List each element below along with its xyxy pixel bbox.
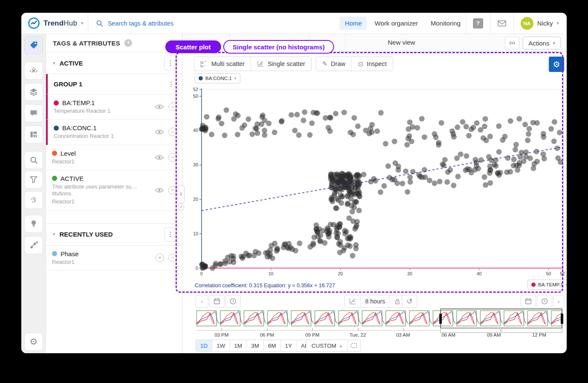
step-forward-button[interactable]: › xyxy=(553,295,564,308)
panel-collapse-icon[interactable]: × xyxy=(178,204,184,210)
remove-minus-icon[interactable]: − xyxy=(168,153,177,162)
user-menu[interactable]: NA Nicky ▾ xyxy=(514,17,567,30)
section-active-header[interactable]: ▾ ACTIVE ⋮ xyxy=(46,52,182,74)
badge-single-scatter[interactable]: Single scatter (no histograms) xyxy=(223,40,334,54)
nav-item-work-organizer[interactable]: Work organizer xyxy=(369,17,423,30)
rail-dashboard-icon[interactable] xyxy=(24,126,43,143)
range-button-1y[interactable]: 1Y xyxy=(280,340,297,351)
rail-sparkle-icon[interactable] xyxy=(24,62,43,80)
brush-drag-grip[interactable]: II xyxy=(440,328,562,333)
step-back-button[interactable]: ‹ xyxy=(196,295,208,308)
mini-trend-line xyxy=(410,313,427,324)
x-series-selector[interactable]: BA:CONC.1 ▾ xyxy=(195,73,240,83)
y-series-selector[interactable]: BA:TEMP.1 ▾ xyxy=(527,280,567,290)
panel-resize-handle[interactable]: ‖ xyxy=(177,185,184,203)
clock-start-icon[interactable] xyxy=(225,295,241,308)
add-plus-icon[interactable]: + xyxy=(156,254,164,262)
range-button-3m[interactable]: 3M xyxy=(246,340,263,351)
nav-item-monitoring[interactable]: Monitoring xyxy=(426,17,466,30)
remove-minus-icon[interactable]: − xyxy=(168,103,177,111)
range-button-6m[interactable]: 6M xyxy=(263,340,280,351)
series-color-dot xyxy=(52,251,57,256)
section-recently-used-header[interactable]: ▾ RECENTLY USED ⋮ xyxy=(46,223,182,246)
history-icon[interactable]: ↺ xyxy=(402,295,417,308)
single-scatter-button[interactable]: Single scatter xyxy=(251,57,311,71)
group-1-menu-button[interactable]: ⋮ xyxy=(165,80,177,88)
range-button-1w[interactable]: 1W xyxy=(212,340,229,351)
clock-end-icon[interactable] xyxy=(537,295,552,308)
mini-trend-line xyxy=(339,313,356,324)
range-button-1m[interactable]: 1M xyxy=(230,340,247,351)
remove-minus-icon[interactable]: − xyxy=(168,186,177,194)
brand-caret-icon[interactable]: ▾ xyxy=(81,20,84,26)
chart-settings-button[interactable]: ⚙ xyxy=(549,57,564,72)
rail-settings-icon[interactable]: ⚙ xyxy=(24,333,43,351)
actions-button[interactable]: Actions ▾ xyxy=(523,37,561,49)
custom-range-picker-icon[interactable] xyxy=(347,340,360,351)
badge-scatter-plot[interactable]: Scatter plot xyxy=(165,40,221,53)
collapse-caret-icon[interactable]: ▾ xyxy=(53,232,55,237)
tag-item-ba-temp-1[interactable]: BA:TEMP.1 Temperature Reactor 1 − xyxy=(46,94,182,120)
brush-handle-left[interactable] xyxy=(439,314,442,324)
draw-pencil-icon: ✎ xyxy=(322,60,328,68)
stage: TrendHub ▾ Search tags & attributes Home… xyxy=(0,0,588,383)
duration-group: 8 hours xyxy=(344,295,405,308)
remove-minus-icon[interactable]: − xyxy=(168,128,177,136)
rail-layers-icon[interactable] xyxy=(24,83,43,101)
time-axis-tick xyxy=(358,328,358,331)
calendar-end-icon[interactable] xyxy=(521,295,536,308)
mini-trend-line xyxy=(386,313,404,324)
collapse-caret-icon[interactable]: ▾ xyxy=(53,60,55,66)
gear-icon: ⚙ xyxy=(553,60,560,69)
rail-fingerprint-icon[interactable] xyxy=(24,191,43,209)
range-button-1d[interactable]: 1D xyxy=(196,340,212,351)
calendar-start-icon[interactable] xyxy=(209,295,225,308)
x-tick-label: 50 xyxy=(546,271,551,276)
section-recently-used-menu-button[interactable]: ⋮ xyxy=(164,227,177,242)
search-input[interactable]: Search tags & attributes xyxy=(96,20,236,27)
draw-button[interactable]: ✎ Draw xyxy=(316,57,351,71)
visibility-eye-icon[interactable] xyxy=(155,154,164,161)
nav-item-home[interactable]: Home xyxy=(340,17,367,30)
scatter-range-icon[interactable] xyxy=(345,295,360,307)
avatar: NA xyxy=(521,17,533,30)
tag-description: Reactor1 xyxy=(52,259,152,266)
custom-range-button[interactable]: CUSTOM ▴ xyxy=(306,340,347,351)
visibility-eye-icon[interactable] xyxy=(155,187,164,194)
help-icon[interactable]: ? xyxy=(473,18,483,29)
y-tick-label: 52 xyxy=(193,87,198,92)
mini-trend-line xyxy=(244,313,262,324)
multi-scatter-button[interactable]: Multi scatter xyxy=(194,57,251,71)
rail-tag-icon[interactable] xyxy=(24,36,43,54)
brush-handle-right[interactable] xyxy=(561,314,563,324)
divider xyxy=(466,13,466,34)
mail-icon[interactable] xyxy=(497,20,507,27)
visibility-eye-icon[interactable] xyxy=(155,129,164,135)
visibility-eye-icon[interactable] xyxy=(155,103,164,110)
rail-graph-icon[interactable] xyxy=(24,236,43,254)
rail-filter-icon[interactable] xyxy=(24,171,43,189)
broadcast-live-icon[interactable] xyxy=(505,37,519,49)
time-axis-label: 09 AM xyxy=(477,332,511,337)
section-active-menu-button[interactable]: ⋮ xyxy=(164,56,177,70)
tag-item-active[interactable]: ACTIVE This attribute uses parameter su…… xyxy=(46,170,182,211)
group-1-header[interactable]: GROUP 1 ⋮ xyxy=(46,74,182,94)
tag-item-phase[interactable]: Phase Reactor1 + − xyxy=(46,246,182,271)
rail-lightbulb-icon[interactable] xyxy=(24,215,43,233)
duration-button[interactable]: 8 hours xyxy=(360,295,389,307)
nav-links: Home Work organizer Monitoring xyxy=(340,17,466,30)
tag-item-level[interactable]: Level Reactor1 − xyxy=(46,145,182,170)
inspect-button[interactable]: ⊙ Inspect xyxy=(351,57,392,71)
brand-logo[interactable]: TrendHub ▾ xyxy=(21,17,88,29)
panel-help-icon[interactable]: ? xyxy=(124,39,132,47)
tag-item-ba-conc-1[interactable]: BA:CONC.1 Concentration Reactor 1 − xyxy=(46,120,182,145)
panel-title-label: TAGS & ATTRIBUTES xyxy=(53,40,120,47)
time-range-brush[interactable] xyxy=(440,309,562,329)
remove-minus-icon[interactable]: − xyxy=(168,254,177,262)
y-tick-label: 50 xyxy=(193,94,198,99)
scatter-chart[interactable]: 01020304050520102030405052 xyxy=(189,86,567,278)
x-tick-label: 52 xyxy=(560,271,565,276)
rail-search-icon[interactable] xyxy=(24,151,43,169)
single-scatter-icon xyxy=(257,60,264,67)
rail-comment-icon[interactable] xyxy=(24,104,43,122)
